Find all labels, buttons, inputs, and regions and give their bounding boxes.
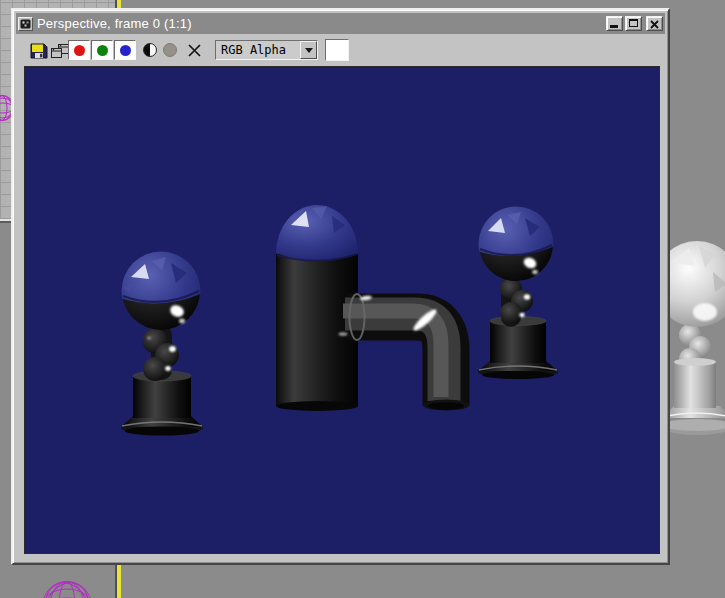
window-icon[interactable] [18, 17, 33, 31]
vfb-toolbar: RGB Alpha [16, 36, 665, 68]
maximize-button[interactable] [625, 16, 642, 31]
faucet-spout [276, 205, 470, 411]
minimize-button[interactable] [606, 16, 623, 31]
red-channel-button[interactable] [68, 40, 90, 60]
magenta-wireframe-geosphere [40, 579, 94, 598]
save-bitmap-button[interactable] [30, 41, 48, 61]
rendered-scene [25, 67, 659, 553]
desktop: { "window": { "title": "Perspective, fra… [0, 0, 725, 598]
monochrome-icon [143, 43, 157, 57]
close-icon [647, 18, 662, 31]
render-frame-window: Perspective, frame 0 (1:1) [11, 8, 670, 565]
close-button[interactable] [646, 16, 663, 31]
blue-channel-button[interactable] [114, 40, 136, 60]
clone-icon [50, 43, 70, 59]
monochrome-button[interactable] [141, 40, 159, 60]
dropdown-arrow-button[interactable] [300, 41, 317, 59]
clear-x-icon [187, 43, 202, 58]
green-channel-button[interactable] [91, 40, 113, 60]
window-title: Perspective, frame 0 (1:1) [37, 16, 192, 31]
alpha-channel-icon [163, 43, 177, 57]
window-controls [604, 16, 663, 31]
app-icon [20, 19, 31, 29]
left-handle-knob [121, 252, 203, 436]
red-channel-icon [74, 45, 85, 56]
minimize-icon [610, 25, 618, 28]
title-bar[interactable]: Perspective, frame 0 (1:1) [16, 13, 665, 34]
channel-dropdown[interactable]: RGB Alpha [215, 40, 318, 60]
chevron-down-icon [305, 48, 313, 57]
clear-button[interactable] [185, 40, 203, 60]
right-handle-knob [478, 207, 558, 380]
maximize-icon [629, 19, 638, 27]
alpha-channel-button[interactable] [161, 40, 179, 60]
color-swatch[interactable] [325, 39, 349, 61]
save-icon [30, 43, 48, 59]
blue-channel-icon [120, 45, 131, 56]
render-canvas[interactable] [24, 66, 660, 554]
green-channel-icon [97, 45, 108, 56]
